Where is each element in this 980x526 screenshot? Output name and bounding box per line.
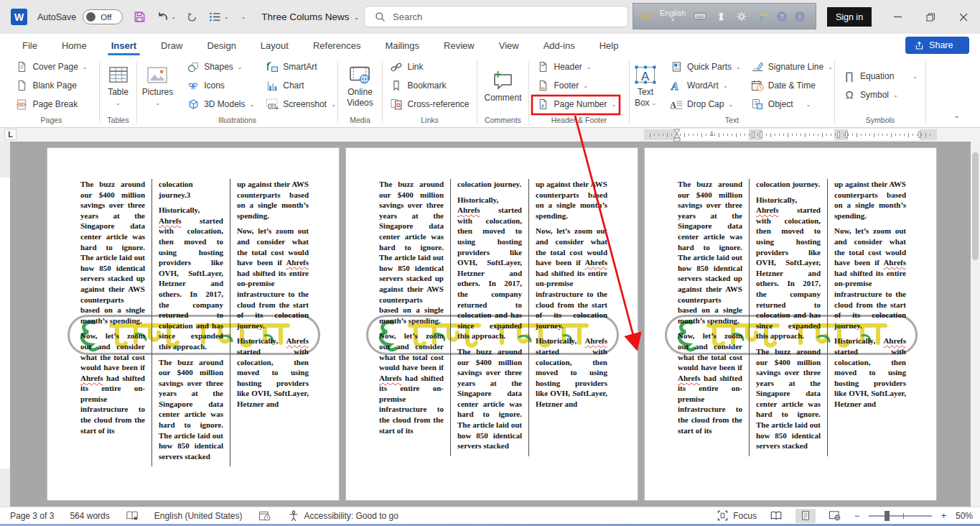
text-column-1[interactable]: The buzz around our $400 million savings… [678, 179, 750, 456]
wordart-button[interactable]: AWordArt⌄ [667, 78, 744, 94]
link-button[interactable]: Link [387, 59, 472, 75]
tab-file[interactable]: File [10, 34, 50, 57]
document-page-2[interactable]: The buzz around our $400 million savings… [345, 147, 638, 501]
word-count[interactable]: 564 words [70, 511, 109, 521]
text-column-2[interactable]: colocation journey.Historically, Ahrefs … [756, 179, 828, 456]
text-column-2[interactable]: colocation journey.3Historically, Ahrefs… [159, 179, 230, 466]
equation-button[interactable]: ∏Equation⌄ [840, 68, 920, 85]
tab-mailings[interactable]: Mailings [373, 34, 431, 57]
tab-insert[interactable]: Insert [99, 34, 149, 57]
redo-button[interactable] [186, 11, 199, 23]
zoom-in-button[interactable]: + [941, 511, 946, 521]
table-button[interactable]: Table ⌄ [103, 60, 134, 111]
tab-design[interactable]: Design [195, 34, 248, 57]
minimize-button[interactable] [881, 0, 914, 34]
skin-icon[interactable] [714, 11, 727, 22]
tab-references[interactable]: References [301, 34, 373, 57]
customize-quick-access-button[interactable]: ⌄ [239, 14, 246, 20]
tab-view[interactable]: View [487, 34, 531, 57]
text-column-1[interactable]: The buzz around our $400 million savings… [80, 179, 152, 466]
text-column-3[interactable]: up against their AWS counterparts based … [536, 179, 607, 456]
sign-in-button[interactable]: Sign in [827, 7, 872, 27]
print-layout-button[interactable] [795, 509, 816, 523]
restore-button[interactable] [914, 0, 947, 34]
header-button[interactable]: Header⌄ [534, 59, 625, 75]
3d-models-button[interactable]: 3D Models⌄ [184, 96, 257, 113]
tab-review[interactable]: Review [431, 34, 487, 57]
keyboard-language-selector[interactable]: English▾ [660, 9, 686, 24]
footer-button[interactable]: Footer⌄ [534, 78, 625, 94]
tab-draw[interactable]: Draw [149, 34, 195, 57]
symbol-button[interactable]: ΩSymbol⌄ [840, 87, 920, 103]
scrollbar-thumb[interactable] [972, 152, 979, 260]
help-icon[interactable]: ? [777, 11, 787, 22]
undo-button[interactable]: ⌄ [156, 11, 176, 23]
page-number-button[interactable]: #Page Number⌄ [534, 96, 625, 113]
read-mode-button[interactable] [766, 509, 786, 523]
cross-reference-button[interactable]: Cross-reference [387, 96, 472, 113]
shapes-button[interactable]: Shapes⌄ [184, 59, 257, 75]
column-marker[interactable] [760, 132, 762, 138]
drop-cap-button[interactable]: ADrop Cap⌄ [667, 96, 744, 113]
comment-button[interactable]: Comment [479, 66, 526, 106]
zoom-slider-thumb[interactable] [885, 511, 890, 521]
tab-home[interactable]: Home [50, 34, 99, 57]
zoom-slider[interactable] [869, 515, 932, 517]
keyboard-icon[interactable] [694, 11, 706, 22]
column-marker[interactable] [752, 132, 755, 138]
vertical-scrollbar[interactable] [971, 142, 980, 507]
column-marker[interactable] [837, 132, 840, 138]
tab-layout[interactable]: Layout [248, 34, 301, 57]
object-button[interactable]: Object⌄ [748, 96, 836, 113]
column-marker[interactable] [845, 132, 848, 138]
autosave-toggle[interactable]: Off [83, 9, 123, 24]
save-button[interactable] [133, 11, 146, 23]
blank-page-button[interactable]: Blank Page [12, 78, 90, 94]
language-indicator[interactable]: English (United States) [154, 511, 243, 521]
proofing-errors-button[interactable] [126, 510, 139, 522]
tab-stop-selector[interactable]: L [4, 129, 17, 140]
collapse-ribbon-button[interactable]: ⌄ [954, 111, 960, 119]
right-indent-marker[interactable] [918, 132, 921, 138]
icons-button[interactable]: Icons [184, 78, 257, 94]
word-logo-icon[interactable]: W [11, 9, 27, 25]
page-indicator[interactable]: Page 3 of 3 [10, 511, 54, 521]
info-icon[interactable]: i [795, 11, 805, 22]
tab-help[interactable]: Help [587, 34, 631, 57]
bullet-list-button[interactable]: ⌄ [209, 11, 229, 23]
gear-icon[interactable] [735, 11, 748, 22]
pictures-button[interactable]: Pictures ⌄ [137, 60, 178, 111]
share-button[interactable]: Share ⌄ [905, 37, 969, 54]
zoom-out-button[interactable]: − [854, 511, 859, 521]
focus-mode-button[interactable]: Focus [716, 510, 757, 522]
accessibility-checker[interactable]: Accessibility: Good to go [287, 510, 398, 522]
search-box[interactable]: Search [364, 6, 628, 27]
text-column-3[interactable]: up against their AWS counterparts based … [834, 179, 906, 456]
horizontal-ruler[interactable]: 1 [644, 129, 937, 140]
tab-add-ins[interactable]: Add-ins [531, 34, 587, 57]
online-videos-button[interactable]: Online Videos [342, 60, 378, 111]
quick-parts-button[interactable]: Quick Parts⌄ [667, 59, 744, 75]
document-area[interactable]: The buzz around our $400 million savings… [0, 142, 980, 507]
avro-script-icon[interactable] [639, 11, 652, 22]
text-column-2[interactable]: colocation journey.Historically, Ahrefs … [457, 179, 529, 456]
document-page-3[interactable]: The buzz around our $400 million savings… [644, 147, 937, 501]
date-time-button[interactable]: Date & Time [748, 78, 836, 94]
chart-button[interactable]: Chart [263, 78, 337, 94]
bookmark-button[interactable]: Bookmark [387, 78, 472, 94]
indent-marker[interactable] [673, 129, 681, 142]
text-column-3[interactable]: up against their AWS counterparts based … [237, 179, 309, 466]
document-page-1[interactable]: The buzz around our $400 million savings… [47, 147, 340, 501]
browser-icon[interactable]: e [756, 11, 769, 22]
cover-page-button[interactable]: Cover Page⌄ [12, 59, 90, 75]
text-column-1[interactable]: The buzz around our $400 million savings… [379, 179, 451, 456]
page-break-button[interactable]: Page Break [12, 96, 90, 113]
signature-line-button[interactable]: Signature Line⌄ [748, 59, 836, 75]
close-button[interactable] [947, 0, 980, 34]
zoom-level[interactable]: 50% [956, 511, 973, 521]
screenshot-button[interactable]: Screenshot⌄ [263, 96, 337, 113]
smartart-button[interactable]: SmartArt [263, 59, 337, 75]
text-box-button[interactable]: A Text Box⌄ [628, 60, 663, 111]
web-layout-button[interactable] [825, 509, 845, 523]
document-title[interactable]: Three Colums News⌄ [261, 11, 359, 22]
